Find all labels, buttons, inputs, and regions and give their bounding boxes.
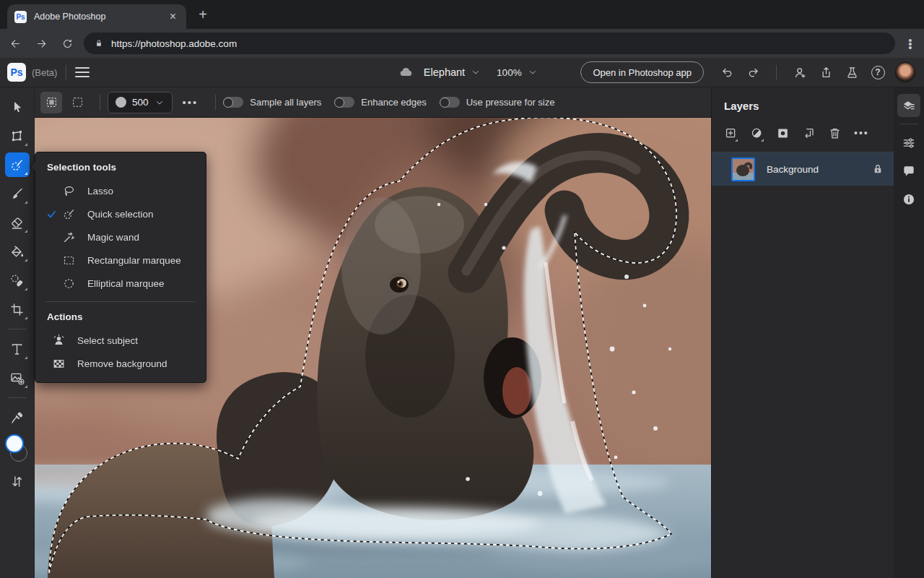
user-avatar[interactable] <box>895 62 915 82</box>
sample-all-layers-toggle[interactable]: Sample all layers <box>223 97 321 108</box>
document-name[interactable]: Elephant <box>424 66 465 78</box>
heal-tool[interactable] <box>5 268 30 293</box>
beta-flask-icon[interactable] <box>840 61 863 84</box>
menu-item-quick-selection[interactable]: Quick selection <box>35 202 206 225</box>
rectangular-marquee-icon <box>61 253 76 267</box>
layer-row-background[interactable]: Background <box>712 152 894 186</box>
tab-title: Adobe Photoshop <box>34 12 167 22</box>
menu-item-rectangular-marquee[interactable]: Rectangular marquee <box>35 249 206 272</box>
help-icon[interactable]: ? <box>866 61 889 84</box>
more-options-icon[interactable]: ••• <box>183 96 199 108</box>
menu-item-magic-wand[interactable]: Magic wand <box>35 225 206 249</box>
actions-title: Actions <box>35 309 206 329</box>
reload-button[interactable] <box>56 33 78 54</box>
fill-tool[interactable] <box>5 239 30 264</box>
menu-item-select-subject[interactable]: Select subject <box>35 329 206 352</box>
chevron-down-icon[interactable] <box>471 67 481 77</box>
photoshop-favicon: Ps <box>14 11 27 23</box>
add-to-selection-button[interactable] <box>40 92 62 113</box>
forward-button[interactable] <box>30 33 52 54</box>
add-image-tool[interactable] <box>5 366 30 390</box>
remove-background-icon <box>51 356 66 371</box>
delete-layer-icon[interactable] <box>828 124 854 142</box>
brush-size-dropdown[interactable]: 500 <box>108 92 173 113</box>
main-menu-icon[interactable] <box>75 67 90 77</box>
info-panel-icon[interactable] <box>897 188 920 211</box>
menu-item-label: Remove background <box>77 358 167 369</box>
menu-item-label: Rectangular marquee <box>87 255 181 266</box>
toggle-label: Enhance edges <box>361 97 426 108</box>
layer-thumbnail <box>731 158 755 181</box>
menu-item-lasso[interactable]: Lasso <box>35 179 206 202</box>
eyedropper-tool[interactable] <box>5 405 30 430</box>
beta-label: (Beta) <box>32 67 57 78</box>
subtract-from-selection-button[interactable] <box>66 92 88 113</box>
browser-menu-icon[interactable]: ••• <box>902 38 918 49</box>
color-swatches[interactable] <box>5 434 30 463</box>
lock-icon <box>94 38 104 48</box>
menu-item-elliptical-marquee[interactable]: Elliptical marquee <box>35 272 206 295</box>
divider <box>215 95 216 111</box>
toggle-label: Sample all layers <box>250 97 321 108</box>
divider <box>8 329 27 329</box>
toggle-label: Use pressure for size <box>466 97 555 108</box>
undo-button[interactable] <box>715 61 738 84</box>
panel-switcher <box>894 87 924 578</box>
divider <box>100 95 100 111</box>
redo-button[interactable] <box>741 61 764 84</box>
divider <box>45 301 196 302</box>
share-export-icon[interactable] <box>814 61 837 84</box>
transform-tool[interactable] <box>5 124 30 148</box>
foreground-color-swatch[interactable] <box>5 434 24 453</box>
check-icon <box>47 210 61 219</box>
type-tool[interactable] <box>5 337 30 361</box>
adjustment-layer-icon[interactable] <box>750 124 776 142</box>
brush-preview-icon <box>116 97 126 108</box>
tool-options-bar: 500 ••• Sample all layers Enhance edges … <box>35 87 711 118</box>
address-bar[interactable]: https://photoshop.adobe.com <box>84 33 895 54</box>
select-subject-icon <box>51 333 66 348</box>
layer-name: Background <box>767 164 872 175</box>
browser-tab[interactable]: Ps Adobe Photoshop × <box>7 4 186 29</box>
document-header: Elephant 100% <box>398 64 538 80</box>
cloud-icon <box>398 64 414 80</box>
swap-colors-button[interactable] <box>5 469 30 493</box>
header-actions: Open in Photoshop app ? <box>580 61 920 84</box>
open-in-photoshop-button[interactable]: Open in Photoshop app <box>580 61 704 83</box>
photoshop-logo: Ps <box>7 63 26 82</box>
layers-panel-title: Layers <box>712 87 894 112</box>
lasso-icon <box>61 184 76 198</box>
layer-mask-icon[interactable] <box>776 124 802 142</box>
new-tab-button[interactable]: + <box>193 5 212 24</box>
comments-panel-icon[interactable] <box>897 160 920 183</box>
lock-icon[interactable] <box>872 163 884 175</box>
quick-selection-icon <box>61 207 76 221</box>
screen: Ps Adobe Photoshop × + https://photoshop… <box>0 0 924 578</box>
app-header: Ps (Beta) Elephant 100% Open in Photosho… <box>0 58 924 87</box>
tools-sidebar <box>0 87 35 578</box>
layers-more-options-icon[interactable]: ••• <box>854 124 880 142</box>
enhance-edges-toggle[interactable]: Enhance edges <box>334 97 426 108</box>
layers-panel-icon[interactable] <box>897 94 920 117</box>
use-pressure-toggle[interactable]: Use pressure for size <box>440 97 555 108</box>
divider <box>899 124 918 124</box>
magic-wand-icon <box>61 230 76 244</box>
brush-size-value: 500 <box>132 97 149 108</box>
move-tool[interactable] <box>5 95 30 119</box>
quick-selection-tool[interactable] <box>5 152 30 177</box>
divider <box>8 397 27 398</box>
eraser-tool[interactable] <box>5 210 30 235</box>
properties-panel-icon[interactable] <box>897 131 920 155</box>
menu-item-remove-background[interactable]: Remove background <box>35 352 206 375</box>
layers-panel: Layers ••• <box>711 87 894 578</box>
add-layer-icon[interactable] <box>724 124 750 142</box>
move-layer-icon[interactable] <box>802 124 828 142</box>
back-button[interactable] <box>4 33 26 54</box>
invite-people-icon[interactable] <box>788 61 811 84</box>
document-canvas[interactable]: Selection tools Lasso Quick selection <box>35 118 711 578</box>
zoom-level[interactable]: 100% <box>497 67 522 78</box>
tab-close-icon[interactable]: × <box>167 9 179 24</box>
chevron-down-icon[interactable] <box>528 67 538 77</box>
brush-tool[interactable] <box>5 181 30 206</box>
crop-tool[interactable] <box>5 297 30 322</box>
